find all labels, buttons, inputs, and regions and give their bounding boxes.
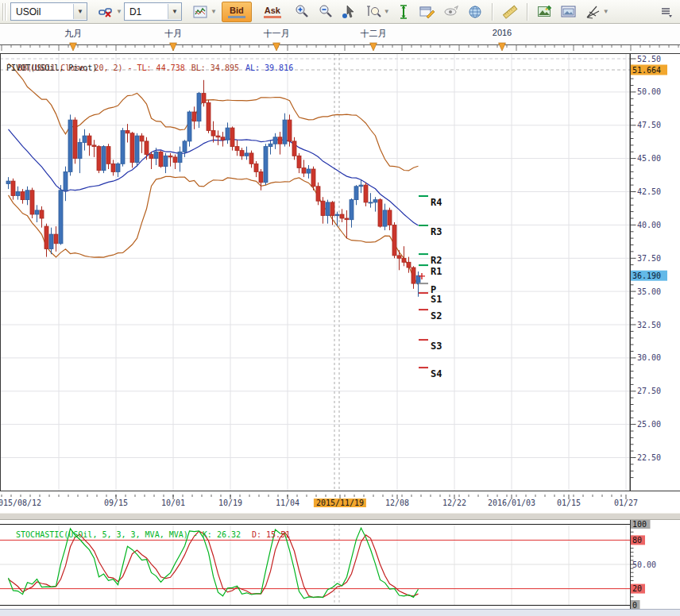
bid-button[interactable]: Bid bbox=[222, 2, 252, 22]
eye-icon[interactable] bbox=[442, 2, 461, 21]
candle bbox=[59, 191, 63, 244]
month-marker-triangle bbox=[170, 43, 177, 51]
zoom-area-caret-icon[interactable]: ▼ bbox=[384, 8, 390, 15]
candle bbox=[283, 120, 287, 144]
date-axis[interactable]: 2015/08/1209/1510/0110/1911/042015/11/19… bbox=[0, 491, 680, 513]
date-label: 01/15 bbox=[557, 499, 581, 507]
chart-type-icon[interactable] bbox=[191, 2, 210, 21]
panel-separator[interactable] bbox=[0, 513, 680, 520]
cursor-icon[interactable] bbox=[340, 2, 359, 21]
candle bbox=[202, 94, 206, 103]
month-label: 十月 bbox=[164, 28, 182, 40]
candle bbox=[373, 200, 377, 202]
price-tick-label: 32.50 bbox=[637, 321, 661, 329]
candle bbox=[159, 152, 163, 166]
price-tick-label: 25.00 bbox=[637, 420, 661, 429]
candle bbox=[30, 191, 34, 214]
month-label: 十一月 bbox=[264, 28, 290, 40]
timeline-ruler[interactable]: 九月十月十一月十二月2016 bbox=[0, 24, 680, 53]
ask-button[interactable]: Ask bbox=[258, 2, 287, 21]
month-label: 十二月 bbox=[361, 28, 387, 40]
candle bbox=[178, 152, 182, 162]
candle bbox=[292, 141, 296, 156]
price-tick-label: 30.00 bbox=[637, 353, 661, 362]
candle bbox=[326, 202, 330, 216]
candle bbox=[87, 136, 91, 145]
trading-station-window: { "toolbar": { "symbol": "USOil", "timef… bbox=[0, 0, 680, 616]
zoom-in-icon[interactable] bbox=[292, 2, 311, 21]
candle bbox=[49, 234, 53, 248]
candle bbox=[311, 169, 315, 187]
candle bbox=[273, 137, 277, 144]
price-tick-label: 37.50 bbox=[637, 254, 661, 263]
stochastic-d-header: D: 15.51 bbox=[252, 530, 290, 539]
month-marker-triangle bbox=[273, 43, 280, 51]
candle bbox=[378, 200, 382, 227]
price-tick-label: 27.50 bbox=[637, 387, 661, 395]
bb-dash: - bbox=[128, 64, 133, 72]
candle bbox=[416, 275, 420, 283]
toolbar-grip[interactable] bbox=[2, 3, 7, 21]
toolbar-divider bbox=[527, 3, 528, 21]
candle bbox=[340, 214, 344, 218]
candle bbox=[249, 153, 253, 164]
candle bbox=[264, 147, 268, 183]
date-label: 11/04 bbox=[276, 499, 299, 507]
toolbar-divider bbox=[492, 3, 493, 21]
candle bbox=[106, 147, 110, 164]
pivot-label: R4 bbox=[431, 197, 442, 208]
globe-icon[interactable] bbox=[466, 2, 485, 21]
date-label: 2016/01/03 bbox=[488, 499, 535, 507]
price-tick-label: 40.00 bbox=[637, 221, 661, 229]
candle bbox=[383, 210, 387, 226]
stoch-level-label: 50.00 bbox=[632, 560, 656, 569]
pivot-label: R1 bbox=[431, 266, 442, 277]
unlink-caret-icon[interactable]: ▼ bbox=[116, 8, 122, 15]
candle bbox=[183, 141, 187, 152]
bottom-scroll-strip[interactable] bbox=[0, 609, 680, 616]
chevron-down-icon[interactable]: ▼ bbox=[168, 4, 181, 19]
candle bbox=[145, 141, 149, 155]
candle bbox=[397, 256, 401, 258]
candle bbox=[6, 181, 10, 183]
pitchfork-icon[interactable] bbox=[583, 2, 602, 21]
price-tick-label: 52.50 bbox=[637, 55, 661, 64]
vertical-scale-icon[interactable] bbox=[394, 2, 413, 21]
date-label: 09/15 bbox=[104, 499, 128, 507]
symbol-select[interactable]: USOil ▼ bbox=[10, 2, 87, 21]
zoom-out-icon[interactable] bbox=[316, 2, 335, 21]
add-image-icon[interactable] bbox=[535, 2, 554, 21]
candle bbox=[116, 164, 120, 171]
date-label: 12/08 bbox=[385, 499, 409, 507]
candle bbox=[402, 258, 406, 262]
pitchfork-caret-icon[interactable]: ▼ bbox=[603, 8, 609, 15]
zoom-area-icon[interactable] bbox=[364, 2, 383, 21]
price-chart-canvas[interactable]: R4R3R2R1PS1S2S3S422.5025.0027.5030.0032.… bbox=[0, 53, 680, 491]
month-label: 九月 bbox=[64, 28, 82, 40]
candle bbox=[411, 268, 415, 283]
date-label: 12/22 bbox=[442, 499, 466, 507]
chevron-down-icon[interactable]: ▼ bbox=[73, 4, 87, 19]
candle bbox=[16, 192, 20, 196]
candle bbox=[392, 225, 396, 256]
unlink-icon[interactable] bbox=[96, 2, 115, 21]
timeframe-value: D1 bbox=[125, 6, 168, 17]
bb-tl-value: TL: 44.738 bbox=[137, 64, 185, 72]
timeframe-select[interactable]: D1 ▼ bbox=[124, 2, 182, 21]
chart-type-caret-icon[interactable]: ▼ bbox=[211, 8, 217, 15]
menu-icon[interactable] bbox=[657, 2, 676, 21]
candle bbox=[164, 156, 168, 166]
candle bbox=[211, 130, 215, 136]
annotate-icon[interactable] bbox=[418, 2, 437, 21]
ruler-icon[interactable] bbox=[500, 2, 520, 21]
candle bbox=[297, 156, 301, 167]
candle bbox=[207, 102, 211, 130]
candle bbox=[64, 171, 68, 190]
symbol-value: USOil bbox=[11, 6, 73, 17]
candle bbox=[73, 120, 77, 159]
candle bbox=[126, 130, 129, 133]
image-window-icon[interactable] bbox=[559, 2, 578, 21]
date-label-selected: 2015/11/19 bbox=[314, 499, 366, 507]
month-label: 2016 bbox=[493, 28, 512, 37]
stoch-level-label: 100 bbox=[632, 520, 647, 529]
